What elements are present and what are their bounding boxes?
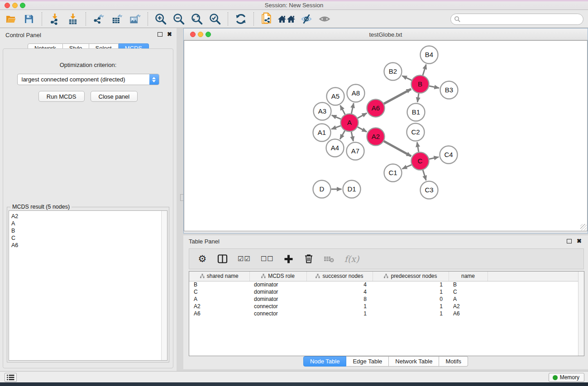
graph-edge-A-A6[interactable] [358,113,367,118]
table-scrollbar[interactable] [578,272,584,356]
import-network-button[interactable] [46,11,64,27]
cell-successor-nodes[interactable]: 1 [306,310,373,317]
criterion-dropdown[interactable]: largest connected component (directed) [17,74,159,85]
table-row[interactable]: A2connector11A2 [189,303,584,310]
table-row[interactable]: A6connector11A6 [189,310,584,317]
gear-icon[interactable]: ⚙ [197,253,207,265]
network-window-titlebar[interactable]: testGlobe.txt [184,29,588,40]
node-table-grid[interactable]: shared nameMCDS rolesuccessor nodesprede… [189,272,584,317]
show-panel-button[interactable] [316,11,334,27]
cell-successor-nodes[interactable]: 8 [306,295,373,303]
cell-name[interactable]: B [449,281,488,288]
column-header-predecessor-nodes[interactable]: predecessor nodes [373,272,449,281]
graph-edge-A-A3[interactable] [332,115,341,119]
refresh-layout-button[interactable] [232,11,250,27]
cell-predecessor-nodes[interactable]: 1 [373,303,449,310]
memory-button[interactable]: Memory [549,373,584,382]
column-header-shared-name[interactable]: shared name [189,272,249,281]
cell-name[interactable]: C [449,288,488,295]
cell-name[interactable]: A [449,295,488,303]
column-header-name[interactable]: name [449,272,488,281]
search-field[interactable] [450,14,583,25]
mcds-result-item[interactable]: A2 [11,213,167,220]
close-table-panel-icon[interactable]: ✖ [577,238,582,244]
cell-shared-name[interactable]: A2 [189,303,249,310]
graph-edge-C-C2[interactable] [417,142,418,152]
split-columns-icon[interactable] [217,253,228,265]
home-button[interactable] [276,11,297,27]
mcds-result-item[interactable]: C [11,234,167,242]
graph-edge-C-C3[interactable] [423,170,426,181]
open-session-button[interactable] [2,11,20,27]
network-from-file-button[interactable] [258,11,276,27]
zoom-selected-button[interactable] [206,11,224,27]
cell-mcds-role[interactable]: dominator [249,281,306,288]
cell-mcds-role[interactable]: connector [249,303,306,310]
tab-motifs[interactable]: Motifs [439,356,468,367]
search-input[interactable] [463,16,583,23]
cell-name[interactable]: A6 [449,310,488,317]
zoom-out-button[interactable] [170,11,188,27]
graph-edge-B-B4[interactable] [423,65,426,76]
export-image-button[interactable] [126,11,144,27]
cell-mcds-role[interactable]: dominator [249,295,306,303]
table-row[interactable]: Adominator80A [189,295,584,303]
save-session-button[interactable] [20,11,38,27]
zoom-in-button[interactable] [152,11,170,27]
cell-shared-name[interactable]: B [189,281,249,288]
close-panel-button[interactable]: Close panel [91,91,138,102]
float-table-panel-icon[interactable] [567,239,572,243]
cell-mcds-role[interactable]: connector [249,310,306,317]
result-scrollbar[interactable] [161,211,167,360]
export-table-button[interactable] [108,11,126,27]
cell-shared-name[interactable]: A [189,295,249,303]
graph-edge-A6-B[interactable] [384,89,411,104]
table-row[interactable]: Cdominator41C [189,288,584,295]
graph-edge-A-A8[interactable] [351,103,354,114]
column-header-mcds-role[interactable]: MCDS role [249,272,306,281]
delete-column-icon[interactable] [304,253,314,265]
cell-predecessor-nodes[interactable]: 0 [373,295,449,303]
cell-shared-name[interactable]: C [189,288,249,295]
cell-successor-nodes[interactable]: 4 [306,288,373,295]
close-panel-icon[interactable]: ✖ [167,31,172,38]
export-network-button[interactable] [90,11,108,27]
task-history-button[interactable] [5,373,17,382]
window-resize-grip[interactable] [580,224,587,230]
tab-edge-table[interactable]: Edge Table [346,356,389,367]
select-all-columns-icon[interactable]: ☑☑ [238,253,251,265]
tab-node-table[interactable]: Node Table [303,356,347,367]
mcds-result-item[interactable]: B [11,227,167,234]
run-mcds-button[interactable]: Run MCDS [38,91,85,102]
graph-edge-A-A4[interactable] [340,131,345,139]
graph-edge-C-C1[interactable] [402,165,412,169]
table-row[interactable]: Bdominator41B [189,281,584,288]
float-panel-icon[interactable] [158,32,163,37]
graph-edge-B-B2[interactable] [402,76,411,81]
graph-edge-B-B1[interactable] [417,93,419,102]
graph-edge-B-B3[interactable] [429,86,439,88]
cell-predecessor-nodes[interactable]: 1 [373,288,449,295]
column-header-successor-nodes[interactable]: successor nodes [306,272,373,281]
graph-edge-A-A7[interactable] [351,132,353,141]
import-table-button[interactable] [64,11,82,27]
cell-successor-nodes[interactable]: 1 [306,303,373,310]
add-column-icon[interactable] [284,253,294,265]
cell-mcds-role[interactable]: dominator [249,288,306,295]
cell-name[interactable]: A2 [449,303,488,310]
zoom-fit-button[interactable] [188,11,206,27]
graph-edge-C-C4[interactable] [429,157,439,159]
graph-edge-A-A2[interactable] [358,127,367,132]
cell-predecessor-nodes[interactable]: 1 [373,310,449,317]
mcds-result-item[interactable]: A6 [11,242,167,249]
graph-edge-A-A5[interactable] [340,105,345,114]
cell-predecessor-nodes[interactable]: 1 [373,281,449,288]
tab-network-table[interactable]: Network Table [389,356,439,367]
hide-panel-button[interactable] [297,11,316,27]
cell-successor-nodes[interactable]: 4 [306,281,373,288]
mcds-result-item[interactable]: A [11,220,167,227]
network-canvas[interactable]: AA1A2A3A4A5A6A7A8BB1B2B3B4CC1C2C3C4DD1 [184,40,588,231]
graph-edge-A-A1[interactable] [331,126,341,129]
graph-edge-A2-C[interactable] [384,141,411,156]
cell-shared-name[interactable]: A6 [189,310,249,317]
